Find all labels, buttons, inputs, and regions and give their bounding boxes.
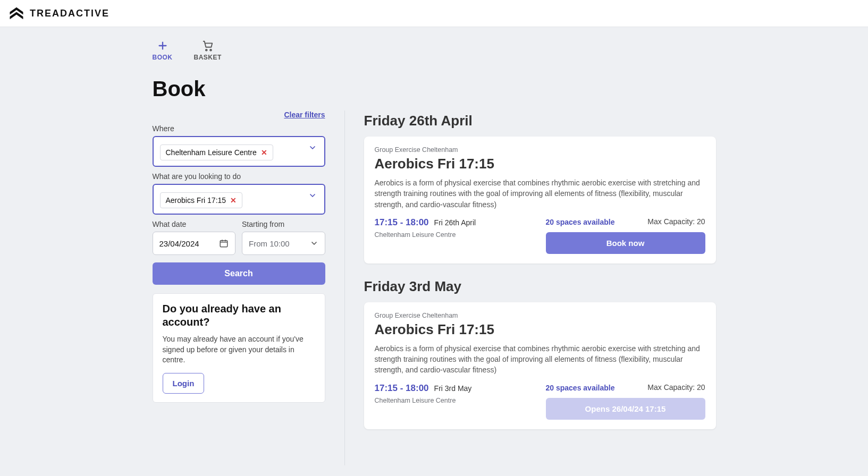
account-heading: Do you already have an account?: [163, 302, 315, 329]
remove-where-chip[interactable]: ✕: [261, 148, 267, 157]
plus-icon: [157, 40, 168, 52]
date-label: What date: [153, 220, 236, 228]
day-heading: Friday 26th April: [364, 113, 716, 129]
svg-point-3: [210, 49, 212, 51]
cart-icon: [202, 40, 214, 52]
tab-basket-label: BASKET: [194, 54, 222, 61]
result-description: Aerobics is a form of physical exercise …: [375, 177, 705, 210]
brand-logo[interactable]: TREADACTIVE: [9, 5, 109, 21]
what-select[interactable]: Aerobics Fri 17:15 ✕: [153, 184, 325, 215]
svg-rect-4: [220, 241, 227, 247]
nav-tabs: BOOK BASKET: [153, 27, 716, 64]
result-date: Fri 3rd May: [434, 384, 472, 393]
result-location: Cheltenham Leisure Centre: [375, 231, 535, 239]
date-input[interactable]: 23/04/2024: [153, 232, 236, 255]
result-spaces: 20 spaces available: [546, 218, 615, 226]
what-chip-label: Aerobics Fri 17:15: [166, 196, 226, 205]
chevron-down-icon: [308, 191, 317, 200]
chevron-down-icon: [308, 143, 317, 152]
result-category: Group Exercise Cheltenham: [375, 312, 705, 319]
result-location: Cheltenham Leisure Centre: [375, 397, 535, 404]
chevron-down-icon: [310, 239, 318, 248]
results-panel: Friday 26th AprilGroup Exercise Cheltenh…: [345, 110, 716, 465]
starting-label: Starting from: [242, 220, 325, 228]
where-chip: Cheltenham Leisure Centre ✕: [160, 144, 273, 160]
login-button[interactable]: Login: [163, 373, 205, 394]
account-text: You may already have an account if you'v…: [163, 334, 315, 366]
logo-icon: [9, 5, 24, 21]
result-category: Group Exercise Cheltenham: [375, 146, 705, 154]
page-title: Book: [153, 77, 716, 101]
what-chip: Aerobics Fri 17:15 ✕: [160, 192, 243, 208]
tab-book-label: BOOK: [153, 54, 173, 61]
svg-point-2: [206, 49, 207, 51]
search-button[interactable]: Search: [153, 262, 325, 285]
where-label: Where: [153, 124, 325, 133]
result-capacity: Max Capacity: 20: [647, 383, 705, 392]
result-description: Aerobics is a form of physical exercise …: [375, 343, 705, 376]
result-card: Group Exercise CheltenhamAerobics Fri 17…: [364, 302, 716, 429]
account-card: Do you already have an account? You may …: [153, 293, 325, 403]
clear-filters-link[interactable]: Clear filters: [153, 110, 325, 119]
result-title: Aerobics Fri 17:15: [375, 321, 705, 338]
calendar-icon: [219, 239, 229, 248]
result-title: Aerobics Fri 17:15: [375, 156, 705, 172]
topbar: TREADACTIVE: [0, 0, 868, 27]
starting-select[interactable]: From 10:00: [242, 232, 325, 255]
what-label: What are you looking to do: [153, 172, 325, 181]
result-card: Group Exercise CheltenhamAerobics Fri 17…: [364, 137, 716, 264]
book-now-button[interactable]: Book now: [546, 232, 705, 254]
opens-later-button: Opens 26/04/24 17:15: [546, 398, 705, 420]
remove-what-chip[interactable]: ✕: [230, 196, 237, 205]
where-select[interactable]: Cheltenham Leisure Centre ✕: [153, 136, 325, 167]
date-value: 23/04/2024: [159, 239, 199, 248]
brand-text: TREADACTIVE: [30, 8, 109, 19]
starting-value: From 10:00: [249, 239, 290, 248]
result-capacity: Max Capacity: 20: [647, 217, 705, 226]
result-time: 17:15 - 18:00: [375, 217, 429, 228]
tab-basket[interactable]: BASKET: [194, 40, 222, 61]
result-date: Fri 26th April: [434, 218, 476, 227]
filters-panel: Clear filters Where Cheltenham Leisure C…: [153, 110, 345, 465]
day-heading: Friday 3rd May: [364, 278, 716, 295]
where-chip-label: Cheltenham Leisure Centre: [166, 148, 257, 157]
result-time: 17:15 - 18:00: [375, 383, 429, 394]
tab-book[interactable]: BOOK: [153, 40, 173, 61]
result-spaces: 20 spaces available: [546, 384, 615, 392]
